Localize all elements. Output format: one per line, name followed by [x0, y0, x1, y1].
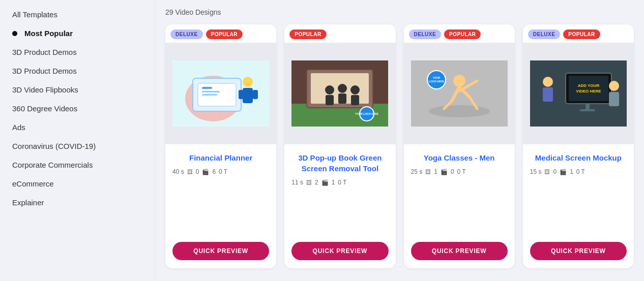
duration-label: 11 s — [291, 179, 303, 186]
text-count-label: 0 T — [457, 168, 466, 175]
svg-text:YOUR: YOUR — [432, 76, 440, 79]
sidebar-item-label: All Templates — [12, 10, 57, 19]
card-body-yoga-classes-men: Yoga Classes - Men 25 s 🖼 1 🎬 0 0 T — [404, 144, 515, 242]
video-count: 0 — [451, 168, 454, 175]
svg-point-19 — [350, 85, 360, 95]
duration-label: 25 s — [411, 168, 423, 175]
svg-text:YOUR LOGO HERE: YOUR LOGO HERE — [355, 112, 379, 115]
svg-rect-44 — [609, 92, 619, 106]
video-icon: 🎬 — [202, 169, 209, 175]
sidebar-item-3d-product-demos-1[interactable]: 3D Product Demos — [0, 43, 155, 61]
sidebar: All TemplatesMost Popular3D Product Demo… — [0, 0, 155, 281]
image-icon: 🖼 — [187, 169, 193, 175]
quick-preview-button[interactable]: QUICK PREVIEW — [172, 242, 269, 260]
card-image-3d-popup-book: YOUR LOGO HERE — [284, 43, 395, 144]
card-badges: DELUXEPOPULAR — [165, 24, 276, 42]
duration-label: 15 s — [530, 168, 542, 175]
images-count: 0 — [553, 168, 557, 175]
active-dot — [12, 31, 17, 36]
svg-text:ADD YOUR: ADD YOUR — [578, 83, 600, 88]
card-image-financial-planner — [165, 43, 276, 144]
card-meta: 40 s 🖼 0 🎬 6 0 T — [172, 168, 269, 175]
card-badges: DELUXEPOPULAR — [404, 24, 515, 42]
badge-deluxe: DELUXE — [528, 29, 561, 39]
sidebar-item-label: Most Popular — [24, 29, 73, 38]
card-body-3d-popup-book: 3D Pop-up Book Green Screen Removal Tool… — [284, 144, 395, 242]
svg-rect-6 — [202, 94, 217, 96]
sidebar-item-label: 3D Video Flipbooks — [12, 85, 78, 94]
badge-popular: POPULAR — [206, 29, 243, 39]
card-title: Yoga Classes - Men — [411, 152, 508, 163]
badge-popular: POPULAR — [563, 29, 600, 39]
images-count: 2 — [315, 179, 318, 186]
card-financial-planner: DELUXEPOPULAR Financial Planner 40 s 🖼 0… — [165, 24, 276, 268]
svg-rect-42 — [543, 87, 553, 102]
badge-deluxe: DELUXE — [409, 29, 442, 39]
text-count-label: 0 T — [576, 168, 585, 175]
sidebar-item-ecommerce[interactable]: eCommerce — [0, 174, 155, 193]
card-body-financial-planner: Financial Planner 40 s 🖼 0 🎬 6 0 T — [165, 144, 276, 242]
svg-rect-18 — [338, 93, 346, 104]
quick-preview-button[interactable]: QUICK PREVIEW — [530, 242, 627, 260]
sidebar-item-label: eCommerce — [12, 179, 54, 188]
card-title: Medical Screen Mockup — [530, 152, 627, 163]
cards-grid: DELUXEPOPULAR Financial Planner 40 s 🖼 0… — [165, 24, 634, 268]
sidebar-item-360-degree-videos[interactable]: 360 Degree Videos — [0, 99, 155, 118]
image-icon: 🖼 — [425, 169, 431, 175]
sidebar-item-label: Explainer — [12, 198, 44, 207]
svg-point-7 — [243, 77, 253, 87]
video-icon: 🎬 — [560, 169, 567, 175]
sidebar-item-all-templates[interactable]: All Templates — [0, 5, 155, 24]
video-count: 1 — [332, 179, 335, 186]
card-image-medical-screen-mockup: ADD YOUR VIDEO HERE — [523, 43, 634, 144]
svg-rect-20 — [351, 95, 359, 105]
svg-point-41 — [543, 77, 553, 87]
svg-rect-10 — [253, 90, 258, 99]
sidebar-item-3d-product-demos-2[interactable]: 3D Product Demos — [0, 61, 155, 80]
sidebar-item-3d-video-flipbooks[interactable]: 3D Video Flipbooks — [0, 80, 155, 99]
card-title: 3D Pop-up Book Green Screen Removal Tool — [291, 152, 388, 174]
duration-label: 40 s — [172, 168, 184, 175]
count-label: 29 Video Designs — [165, 8, 634, 16]
card-badges: DELUXEPOPULAR — [523, 24, 634, 42]
video-icon: 🎬 — [321, 179, 329, 186]
sidebar-item-most-popular[interactable]: Most Popular — [0, 24, 155, 43]
svg-text:LOGO HERE: LOGO HERE — [429, 80, 445, 83]
sidebar-item-label: 3D Product Demos — [12, 48, 77, 56]
video-icon: 🎬 — [441, 169, 448, 175]
sidebar-item-label: 360 Degree Videos — [12, 104, 77, 113]
sidebar-item-label: Ads — [12, 123, 25, 132]
images-count: 1 — [434, 168, 437, 175]
image-icon: 🖼 — [306, 179, 312, 185]
sidebar-item-label: Coronavirus (COVID-19) — [12, 142, 96, 150]
image-icon: 🖼 — [544, 169, 550, 175]
sidebar-item-coronavirus[interactable]: Coronavirus (COVID-19) — [0, 137, 155, 155]
sidebar-item-explainer[interactable]: Explainer — [0, 193, 155, 212]
badge-popular: POPULAR — [289, 29, 326, 39]
svg-point-24 — [429, 105, 490, 117]
sidebar-item-ads[interactable]: Ads — [0, 118, 155, 137]
card-footer: QUICK PREVIEW — [284, 242, 395, 268]
svg-rect-39 — [586, 104, 590, 110]
main-content: 29 Video Designs DELUXEPOPULAR Financial… — [155, 0, 644, 281]
sidebar-item-corporate-commercials[interactable]: Corporate Commercials — [0, 155, 155, 174]
card-meta: 15 s 🖼 0 🎬 1 0 T — [530, 168, 627, 175]
svg-point-25 — [453, 75, 465, 87]
card-footer: QUICK PREVIEW — [404, 242, 515, 268]
quick-preview-button[interactable]: QUICK PREVIEW — [291, 242, 388, 260]
quick-preview-button[interactable]: QUICK PREVIEW — [411, 242, 508, 260]
card-meta: 11 s 🖼 2 🎬 1 0 T — [291, 179, 388, 186]
card-body-medical-screen-mockup: Medical Screen Mockup 15 s 🖼 0 🎬 1 0 T — [523, 144, 634, 242]
svg-text:VIDEO HERE: VIDEO HERE — [576, 89, 601, 93]
card-3d-popup-book: POPULAR YOUR LOGO HERE 3D Pop-up Book Gr… — [284, 24, 395, 268]
text-count-label: 0 T — [219, 168, 227, 175]
svg-rect-9 — [239, 90, 244, 99]
svg-point-43 — [609, 81, 619, 91]
video-count: 6 — [212, 168, 216, 175]
card-image-yoga-classes-men: YOUR LOGO HERE — [404, 43, 515, 144]
svg-rect-5 — [202, 91, 220, 92]
svg-rect-36 — [569, 76, 608, 101]
sidebar-item-label: 3D Product Demos — [12, 67, 77, 75]
svg-rect-16 — [326, 95, 334, 105]
card-medical-screen-mockup: DELUXEPOPULAR ADD YOUR VIDEO HERE Medica… — [523, 24, 634, 268]
